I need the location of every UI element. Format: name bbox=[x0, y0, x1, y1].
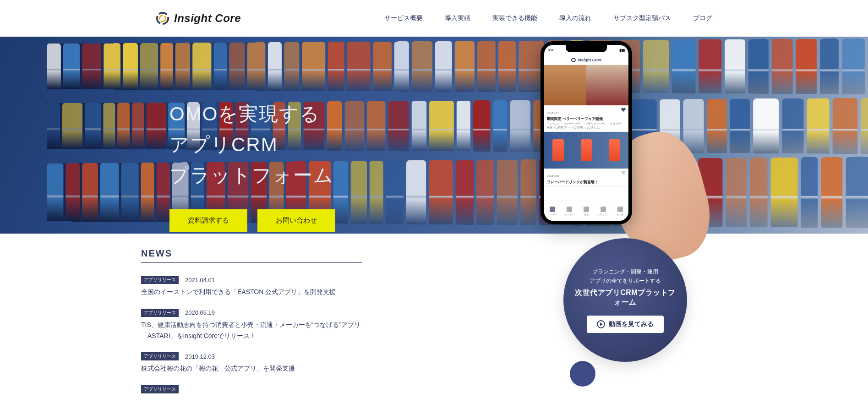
watch-video-label: 動画を見てみる bbox=[609, 320, 654, 328]
logo-icon bbox=[156, 11, 169, 25]
heart-icon bbox=[621, 107, 626, 112]
nav-pass[interactable]: サブスク型定額パス bbox=[613, 14, 671, 22]
hero-title: OMOを実現する アプリCRM プラットフォーム bbox=[169, 98, 335, 191]
promo-main: 次世代アプリCRMプラットフォーム bbox=[573, 288, 678, 307]
phone-feed: 2018/9/07 期間限定 ベリーベリーフェア開催 「いちご」「ブルーベリー」… bbox=[544, 65, 628, 201]
fav-icon bbox=[601, 207, 606, 212]
phone-tab-fav: お気に入り bbox=[595, 201, 611, 221]
news-tag: アプリリリース bbox=[141, 309, 179, 317]
svg-point-1 bbox=[159, 15, 165, 21]
feed-card-image bbox=[544, 132, 628, 169]
phone-tab-other: その他 bbox=[611, 201, 628, 221]
feed-card: 2018/9/05 フレーバードリンクが新登場！ bbox=[544, 132, 628, 187]
contact-button[interactable]: お問い合わせ bbox=[257, 209, 335, 232]
feed-card-title: 期間限定 ベリーベリーフェア開催 bbox=[547, 116, 626, 121]
news-section: NEWS アプリリリース 2021.04.01 全国のイーストンで利用できる「E… bbox=[0, 234, 362, 393]
phone-tab-bar: ニュース クーポン 店舗 お気に入り その他 bbox=[544, 201, 628, 221]
nav-service[interactable]: サービス概要 bbox=[384, 14, 423, 22]
nav-cases[interactable]: 導入実績 bbox=[445, 14, 470, 22]
news-item[interactable]: アプリリリース 2020.05.19 TIS、健康活動志向を持つ消費者と小売・流… bbox=[141, 309, 362, 342]
coupon-icon bbox=[567, 207, 572, 212]
news-title: 全国のイーストンで利用できる「EASTON 公式アプリ」を開発支援 bbox=[141, 287, 362, 298]
shelf-row bbox=[47, 38, 868, 95]
site-header: Insight Core サービス概要 導入実績 実装できる機能 導入の流れ サ… bbox=[0, 0, 868, 37]
phone-tab-news: ニュース bbox=[544, 201, 561, 221]
hero-line3: プラットフォーム bbox=[169, 164, 334, 186]
brand-name: Insight Core bbox=[174, 12, 241, 25]
news-date: 2019.12.03 bbox=[185, 353, 215, 360]
feed-card-date: 2018/9/07 bbox=[547, 111, 559, 114]
nav-flow[interactable]: 導入の流れ bbox=[559, 14, 591, 22]
news-title: 株式会社梅の花の「梅の花 公式アプリ」を開発支援 bbox=[141, 363, 362, 374]
feed-card-desc: 「いちご」「ブルーベリー」「ブラックベリー」「チェリー」を使った特製ブレッドが登… bbox=[547, 122, 626, 130]
news-item[interactable]: アプリリリース bbox=[141, 385, 362, 393]
request-docs-button[interactable]: 資料請求する bbox=[169, 209, 247, 232]
heart-icon bbox=[621, 170, 626, 175]
news-title: TIS、健康活動志向を持つ消費者と小売・流通・メーカーを“つなげる”アプリ「AS… bbox=[141, 320, 362, 342]
other-icon bbox=[617, 207, 623, 212]
phone-frame: 9:41 ▮▮▮ Insight Core 2018/9/07 bbox=[540, 41, 632, 224]
feed-card: 2018/9/07 期間限定 ベリーベリーフェア開催 「いちご」「ブルーベリー」… bbox=[544, 65, 628, 132]
news-date: 2021.04.01 bbox=[185, 277, 215, 284]
news-item[interactable]: アプリリリース 2021.04.01 全国のイーストンで利用できる「EASTON… bbox=[141, 276, 362, 298]
hero-background-image bbox=[0, 37, 868, 234]
hero-copy: OMOを実現する アプリCRM プラットフォーム 資料請求する お問い合わせ bbox=[169, 98, 335, 232]
phone-time: 9:41 bbox=[548, 48, 555, 52]
news-heading: NEWS bbox=[141, 248, 362, 263]
promo-circle: プランニング・開発・運用 アプリの全てをサポートする 次世代アプリCRMプラット… bbox=[563, 238, 687, 362]
phone-mockup: 9:41 ▮▮▮ Insight Core 2018/9/07 bbox=[513, 41, 687, 275]
hero-line1: OMOを実現する bbox=[169, 103, 320, 125]
phone-tab-coupon: クーポン bbox=[561, 201, 578, 221]
brand-logo[interactable]: Insight Core bbox=[156, 11, 241, 25]
news-item[interactable]: アプリリリース 2019.12.03 株式会社梅の花の「梅の花 公式アプリ」を開… bbox=[141, 352, 362, 374]
nav-blog[interactable]: ブログ bbox=[693, 14, 712, 22]
battery-icon: ▮▮▮ bbox=[619, 48, 625, 52]
feed-card-image bbox=[544, 65, 628, 105]
feed-card-date: 2018/9/05 bbox=[547, 175, 559, 177]
phone-notch bbox=[566, 45, 607, 52]
news-tag: アプリリリース bbox=[141, 276, 179, 284]
hero-line2: アプリCRM bbox=[169, 134, 278, 155]
news-tag: アプリリリース bbox=[141, 385, 179, 393]
phone-tab-store: 店舗 bbox=[578, 201, 595, 221]
play-icon bbox=[597, 320, 605, 328]
watch-video-button[interactable]: 動画を見てみる bbox=[587, 316, 664, 333]
news-tag: アプリリリース bbox=[141, 352, 179, 360]
news-icon bbox=[550, 207, 555, 212]
store-icon bbox=[584, 207, 589, 212]
phone-logo-icon bbox=[571, 58, 576, 62]
promo-sub1: プランニング・開発・運用 bbox=[592, 267, 658, 276]
phone-app-bar: Insight Core bbox=[544, 55, 628, 65]
phone-screen: 9:41 ▮▮▮ Insight Core 2018/9/07 bbox=[544, 45, 628, 221]
promo-sub2: アプリの全てをサポートする bbox=[590, 276, 661, 285]
hero-section: OMOを実現する アプリCRM プラットフォーム 資料請求する お問い合わせ 9… bbox=[0, 37, 868, 234]
svg-point-0 bbox=[157, 13, 168, 24]
news-date: 2020.05.19 bbox=[185, 309, 215, 316]
nav-features[interactable]: 実装できる機能 bbox=[492, 14, 537, 22]
decorative-dot bbox=[570, 361, 595, 387]
feed-card-title: フレーバードリンクが新登場！ bbox=[547, 180, 626, 185]
main-nav: サービス概要 導入実績 実装できる機能 導入の流れ サブスク型定額パス ブログ bbox=[384, 14, 712, 22]
phone-app-brand: Insight Core bbox=[578, 58, 602, 62]
